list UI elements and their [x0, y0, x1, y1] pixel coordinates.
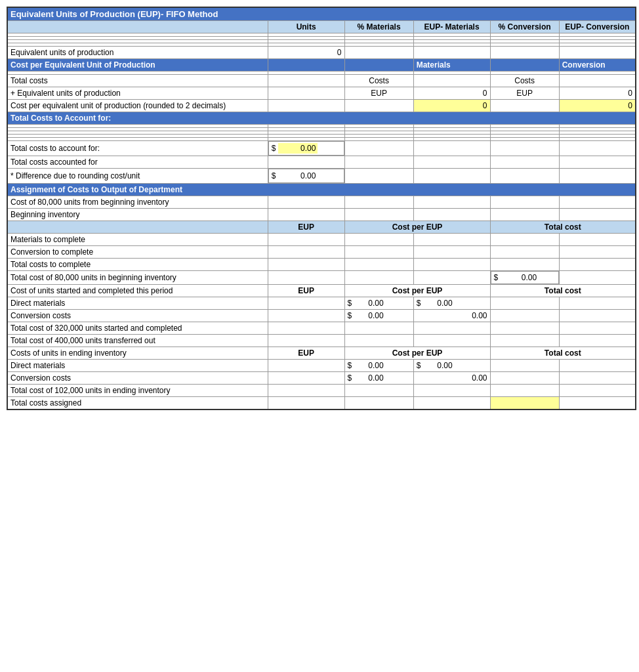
cost-per-eup-header: Cost per Equivalent Unit of Production: [7, 59, 268, 72]
conversion-costs-1-label: Conversion costs: [7, 310, 268, 322]
total-costs-assigned-row: Total costs assigned: [7, 397, 636, 410]
cc1-dollar1: $: [348, 311, 352, 320]
diff-dollar: $: [272, 171, 276, 180]
cost-per-eup-mat[interactable]: 0: [413, 100, 490, 112]
total-cost-102k-row: Total cost of 102,000 units in ending in…: [7, 385, 636, 397]
total-cost-80k-value[interactable]: 0.00: [501, 273, 537, 282]
cost-units-started-label: Cost of units started and completed this…: [7, 285, 268, 297]
cc2-value2[interactable]: 0.00: [413, 372, 490, 385]
cost-per-eup-row: Cost per equivalent unit of production (…: [7, 100, 636, 112]
cost-per-eup-col-label-1: Cost per EUP: [344, 221, 490, 234]
direct-materials-1-label: Direct materials: [7, 297, 268, 310]
total-costs-label: Total costs: [7, 75, 268, 87]
dm1-value2[interactable]: 0.00: [423, 299, 453, 308]
total-costs-accounted-label: Total costs accounted for: [7, 156, 268, 169]
assignment-header-row: Assignment of Costs to Output of Departm…: [7, 184, 636, 196]
cost-per-eup-col-label-2: Cost per EUP: [344, 285, 490, 297]
dm1-dollar2: $: [417, 299, 421, 308]
total-costs-for-row: Total costs to account for: $ 0.00: [7, 141, 636, 156]
conversion-costs-1-row: Conversion costs $ 0.00 0.00: [7, 310, 636, 322]
col-header-units: Units: [268, 21, 344, 33]
total-costs-account-header: Total Costs to Account for:: [7, 112, 636, 125]
conversion-header: Conversion: [559, 59, 636, 72]
conversion-costs-2-row: Conversion costs $ 0.00 0.00: [7, 372, 636, 385]
costs-label: Costs: [344, 75, 413, 87]
costs-ending-inv-row: Costs of units in ending inventory EUP C…: [7, 347, 636, 360]
sub-header-row-1: EUP Cost per EUP Total cost: [7, 221, 636, 234]
conversion-complete-row: Conversion to complete: [7, 246, 636, 259]
equiv-units-value[interactable]: 0: [268, 47, 344, 59]
assignment-header: Assignment of Costs to Output of Departm…: [7, 184, 636, 196]
cost-80k-row: Cost of 80,000 units from beginning inve…: [7, 196, 636, 209]
total-cost-102k-label: Total cost of 102,000 units in ending in…: [7, 385, 268, 397]
equiv-units-label: Equivalent units of production: [7, 47, 268, 59]
total-cost-80k-label: Total cost of 80,000 units in beginning …: [7, 271, 268, 285]
total-costs-row: Total costs Costs Costs: [7, 75, 636, 87]
diff-rounding-row: * Difference due to rounding cost/unit $…: [7, 169, 636, 184]
total-costs-for-label: Total costs to account for:: [7, 141, 268, 156]
total-cost-col-label-3: Total cost: [490, 347, 636, 360]
diff-value[interactable]: 0.00: [278, 171, 318, 181]
direct-materials-1-row: Direct materials $ 0.00 $ 0.00: [7, 297, 636, 310]
total-costs-accounted-row: Total costs accounted for: [7, 156, 636, 169]
conversion-complete-label: Conversion to complete: [7, 246, 268, 259]
eup-col-label-2: EUP: [268, 285, 344, 297]
costs-label-2: Costs: [490, 75, 559, 87]
materials-header: Materials: [413, 59, 490, 72]
total-cost-400k-label: Total cost of 400,000 units transferred …: [7, 335, 268, 347]
direct-materials-2-label: Direct materials: [7, 360, 268, 372]
col-header-eup-conv: EUP- Conversion: [559, 21, 636, 33]
eup-value-conv[interactable]: 0: [559, 87, 636, 100]
dm1-dollar1: $: [348, 299, 352, 308]
eup-value-mat[interactable]: 0: [413, 87, 490, 100]
dm1-value1[interactable]: 0.00: [354, 299, 384, 308]
total-costs-account-header-row: Total Costs to Account for:: [7, 112, 636, 125]
total-cost-col-label-1: Total cost: [490, 221, 636, 234]
conversion-costs-2-label: Conversion costs: [7, 372, 268, 385]
col-header-desc: [7, 21, 268, 33]
dm2-dollar2: $: [417, 361, 421, 370]
total-cost-400k-row: Total cost of 400,000 units transferred …: [7, 335, 636, 347]
main-table: Equivalent Units of Production (EUP)- FI…: [7, 7, 636, 410]
col-header-pct-conv: % Conversion: [490, 21, 559, 33]
eup-label-conv: EUP: [490, 87, 559, 100]
cc1-value1[interactable]: 0.00: [354, 311, 384, 320]
total-cost-320k-label: Total cost of 320,000 units started and …: [7, 322, 268, 335]
cost-per-eup-col-label-3: Cost per EUP: [344, 347, 490, 360]
beginning-inv-label: Beginning inventory: [7, 209, 268, 221]
cc2-value1[interactable]: 0.00: [354, 373, 384, 383]
materials-complete-label: Materials to complete: [7, 234, 268, 246]
dm2-value2[interactable]: 0.00: [423, 361, 453, 370]
dm2-dollar1: $: [348, 361, 352, 370]
eup-col-label-1: EUP: [268, 221, 344, 234]
direct-materials-2-row: Direct materials $ 0.00 $ 0.00: [7, 360, 636, 372]
cost-80k-label: Cost of 80,000 units from beginning inve…: [7, 196, 268, 209]
cc2-dollar1: $: [348, 373, 352, 383]
col-header-eup-mat: EUP- Materials: [413, 21, 490, 33]
eup-col-label-3: EUP: [268, 347, 344, 360]
total-costs-complete-row: Total costs to complete: [7, 259, 636, 271]
eup-label-mat: EUP: [344, 87, 413, 100]
total-cost-320k-row: Total cost of 320,000 units started and …: [7, 322, 636, 335]
total-costs-assigned-label: Total costs assigned: [7, 397, 268, 410]
cost-per-eup-row-label: Cost per equivalent unit of production (…: [7, 100, 268, 112]
materials-complete-row: Materials to complete: [7, 234, 636, 246]
cost-per-eup-conv[interactable]: 0: [559, 100, 636, 112]
equiv-units-row: Equivalent units of production 0: [7, 47, 636, 59]
total-costs-complete-label: Total costs to complete: [7, 259, 268, 271]
col-header-pct-mat: % Materials: [344, 21, 413, 33]
cost-units-started-row: Cost of units started and completed this…: [7, 285, 636, 297]
beginning-inv-row: Beginning inventory: [7, 209, 636, 221]
cc1-value2[interactable]: 0.00: [413, 310, 490, 322]
total-cost-80k-row: Total cost of 80,000 units in beginning …: [7, 271, 636, 285]
total-costs-dollar: $: [272, 144, 276, 153]
total-cost-80k-dollar: $: [494, 273, 499, 282]
table-title: Equivalent Units of Production (EUP)- FI…: [7, 7, 636, 21]
diff-rounding-label: * Difference due to rounding cost/unit: [7, 169, 268, 184]
dm2-value1[interactable]: 0.00: [354, 361, 384, 370]
plus-eup-label: + Equivalent units of production: [7, 87, 268, 100]
total-cost-col-label-2: Total cost: [490, 285, 636, 297]
total-costs-for-value[interactable]: 0.00: [278, 143, 318, 154]
plus-eup-row: + Equivalent units of production EUP 0 E…: [7, 87, 636, 100]
costs-ending-inv-label: Costs of units in ending inventory: [7, 347, 268, 360]
